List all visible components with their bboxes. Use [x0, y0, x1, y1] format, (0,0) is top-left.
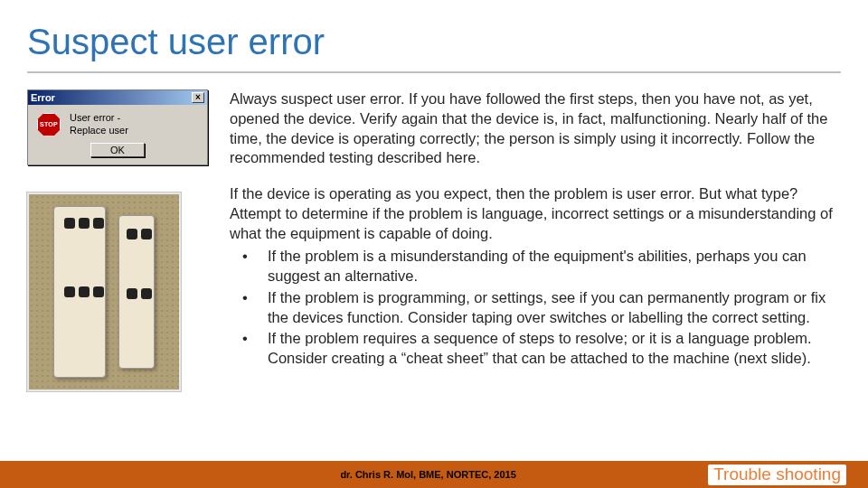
paragraph-2: If the device is operating as you expect…	[230, 184, 841, 369]
error-dialog-illustration: Error × STOP User error - Replace user O…	[27, 89, 208, 165]
list-item: • If the problem is programming, or sett…	[230, 288, 841, 328]
error-message: User error - Replace user	[70, 112, 128, 137]
ok-button: OK	[90, 143, 145, 157]
attribution: dr. Chris R. Mol, BME, NORTEC, 2015	[148, 469, 708, 480]
content-grid: Error × STOP User error - Replace user O…	[0, 73, 868, 391]
remote-control	[118, 215, 155, 369]
list-item: • If the problem is a misunderstanding o…	[230, 247, 841, 286]
error-title: Error	[31, 92, 55, 103]
remotes-photo	[27, 192, 181, 391]
paragraph-1: Always suspect user error. If you have f…	[230, 89, 841, 168]
list-item: • If the problem requires a sequence of …	[230, 329, 841, 369]
close-icon: ×	[192, 92, 204, 103]
footer-bar: dr. Chris R. Mol, BME, NORTEC, 2015 Trou…	[0, 461, 868, 488]
right-column: Always suspect user error. If you have f…	[230, 89, 841, 391]
error-titlebar: Error ×	[28, 90, 207, 105]
left-column: Error × STOP User error - Replace user O…	[27, 89, 208, 391]
remote-control	[53, 206, 106, 378]
section-label: Trouble shooting	[708, 465, 846, 485]
page-title: Suspect user error	[0, 0, 868, 71]
stop-icon: STOP	[37, 113, 61, 136]
